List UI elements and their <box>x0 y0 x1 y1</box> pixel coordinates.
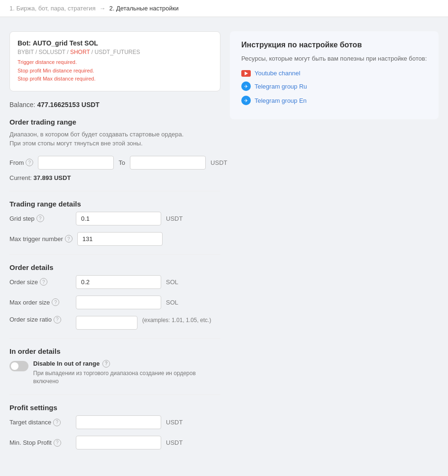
disable-in-out-toggle[interactable] <box>9 361 28 371</box>
instructions-card: Инструкция по настройке ботов Ресурсы, к… <box>230 31 439 119</box>
in-order-details-title: In order details <box>9 347 220 355</box>
current-label: Current: <box>9 174 32 181</box>
balance-label: Balance: <box>9 101 35 108</box>
order-size-input[interactable] <box>76 275 161 289</box>
profit-settings-section: Profit settings Target distance ? USDT M… <box>9 404 220 449</box>
from-input[interactable] <box>38 156 114 170</box>
bot-label: Bot: <box>18 39 31 47</box>
grid-step-input[interactable] <box>76 212 161 225</box>
from-label: From ? <box>9 159 33 166</box>
max-order-size-unit: SOL <box>166 299 178 306</box>
to-input[interactable] <box>130 156 206 170</box>
order-details-title: Order details <box>9 263 220 271</box>
max-trigger-label: Max trigger number ? <box>9 235 73 242</box>
toggle-main-label: Disable In out of range ? <box>33 360 220 368</box>
trading-range-unit: USDT <box>210 159 227 166</box>
balance-row: Balance: 477.16625153 USDT <box>9 101 220 108</box>
error-2: Stop profit Min distance required. <box>18 67 212 75</box>
resource-telegram-en: ✈ Telegram group En <box>241 96 427 105</box>
telegram-en-icon: ✈ <box>241 96 251 105</box>
to-label: To <box>119 159 125 166</box>
order-size-help-icon[interactable]: ? <box>40 278 47 286</box>
order-details-section: Order details Order size ? SOL Max order… <box>9 263 220 330</box>
breadcrumb-step2: 2. Детальные настройки <box>109 5 178 12</box>
order-size-ratio-examples: (examples: 1.01, 1.05, etc.) <box>142 316 211 324</box>
trading-range-desc: Диапазон, в котором бот будет создавать … <box>9 130 220 148</box>
bot-meta: BYBIT / SOLUSDT / SHORT / USDT_FUTURES <box>18 49 212 55</box>
current-row: Current: 37.893 USDT <box>9 174 220 181</box>
in-order-details-section: In order details Disable In out of range… <box>9 347 220 386</box>
telegram-ru-link[interactable]: Telegram group Ru <box>255 83 307 90</box>
target-distance-label: Target distance ? <box>9 419 71 426</box>
order-size-row: Order size ? SOL <box>9 275 220 289</box>
trading-range-desc2: При этом стопы могут тянуться вне этой з… <box>9 139 220 148</box>
max-trigger-help-icon[interactable]: ? <box>65 235 73 242</box>
from-text: From <box>9 159 24 166</box>
error-1: Trigger distance required. <box>18 58 212 67</box>
grid-step-help-icon[interactable]: ? <box>37 215 44 222</box>
min-stop-profit-help-icon[interactable]: ? <box>54 439 61 447</box>
resource-telegram-ru: ✈ Telegram group Ru <box>241 81 427 91</box>
divider-1 <box>9 191 220 191</box>
max-order-size-row: Max order size ? SOL <box>9 296 220 309</box>
target-distance-unit: USDT <box>166 419 183 426</box>
divider-3 <box>9 338 220 339</box>
trading-range-title: Order trading range <box>9 118 220 126</box>
divider-2 <box>9 254 220 255</box>
current-value: 37.893 USDT <box>34 174 71 181</box>
order-size-label: Order size ? <box>9 278 71 286</box>
instructions-desc: Ресурсы, которые могут быть вам полезны … <box>241 55 427 62</box>
grid-step-label: Grid step ? <box>9 215 71 222</box>
min-stop-profit-unit: USDT <box>166 439 183 446</box>
breadcrumb-arrow: → <box>99 5 105 12</box>
telegram-en-link[interactable]: Telegram group En <box>255 97 307 104</box>
bot-meta-text: BYBIT / SOLUSDT / SHORT / USDT_FUTURES <box>18 49 140 55</box>
trading-range-details-title: Trading range details <box>9 200 220 208</box>
toggle-help-icon[interactable]: ? <box>102 360 110 368</box>
telegram-ru-icon: ✈ <box>241 81 251 91</box>
max-order-size-help-icon[interactable]: ? <box>52 298 59 306</box>
breadcrumb-step1: 1. Биржа, бот, пара, стратегия <box>9 5 95 12</box>
min-stop-profit-text: Min. Stop Profit <box>9 439 52 446</box>
youtube-link[interactable]: Youtube channel <box>255 70 300 77</box>
target-distance-input[interactable] <box>76 415 161 429</box>
order-size-ratio-input[interactable] <box>76 316 137 330</box>
order-size-unit: SOL <box>166 278 178 286</box>
max-trigger-input[interactable] <box>77 232 163 246</box>
toggle-label-text: Disable In out of range <box>33 360 100 367</box>
target-distance-help-icon[interactable]: ? <box>53 419 61 426</box>
balance-value: 477.16625153 USDT <box>37 101 100 108</box>
from-to-row: From ? To USDT <box>9 156 220 170</box>
order-size-text: Order size <box>9 278 38 286</box>
resource-youtube: Youtube channel <box>241 70 427 77</box>
bot-errors: Trigger distance required. Stop profit M… <box>18 58 212 83</box>
error-3: Stop profit Max distance required. <box>18 75 212 83</box>
bot-info-card: Bot: AUTO_grid Test SOL BYBIT / SOLUSDT … <box>9 31 220 91</box>
trading-range-desc1: Диапазон, в котором бот будет создавать … <box>9 130 220 139</box>
left-panel: Bot: AUTO_grid Test SOL BYBIT / SOLUSDT … <box>9 31 220 456</box>
right-panel: Инструкция по настройке ботов Ресурсы, к… <box>230 31 439 456</box>
from-help-icon[interactable]: ? <box>26 159 33 166</box>
profit-settings-title: Profit settings <box>9 404 220 412</box>
toggle-container: Disable In out of range ? При выпадении … <box>9 360 220 386</box>
max-trigger-text: Max trigger number <box>9 235 63 242</box>
max-order-size-text: Max order size <box>9 299 50 306</box>
grid-step-row: Grid step ? USDT <box>9 212 220 225</box>
bot-name-value: AUTO_grid Test SOL <box>33 39 98 47</box>
max-order-size-label: Max order size ? <box>9 298 71 306</box>
min-stop-profit-input[interactable] <box>76 436 161 449</box>
breadcrumb-bar: 1. Биржа, бот, пара, стратегия → 2. Дета… <box>0 0 448 17</box>
target-distance-text: Target distance <box>9 419 51 426</box>
target-distance-row: Target distance ? USDT <box>9 415 220 429</box>
grid-step-text: Grid step <box>9 215 35 222</box>
order-size-ratio-help-icon[interactable]: ? <box>54 316 61 323</box>
toggle-slider <box>9 361 28 371</box>
grid-step-unit: USDT <box>166 215 183 222</box>
max-order-size-input[interactable] <box>76 296 161 309</box>
order-size-ratio-row: Order size ratio ? (examples: 1.01, 1.05… <box>9 316 220 330</box>
min-stop-profit-row: Min. Stop Profit ? USDT <box>9 436 220 449</box>
order-trading-range-section: Order trading range Диапазон, в котором … <box>9 118 220 181</box>
order-size-ratio-label: Order size ratio ? <box>9 316 71 323</box>
divider-4 <box>9 395 220 395</box>
instructions-title: Инструкция по настройке ботов <box>241 41 427 49</box>
